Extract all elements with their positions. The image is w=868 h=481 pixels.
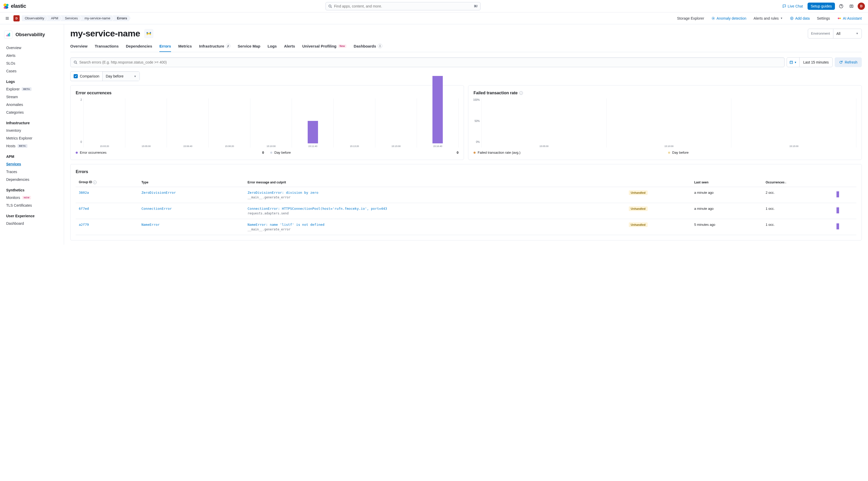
sidebar-item-dependencies[interactable]: Dependencies	[4, 176, 60, 184]
menu-toggle[interactable]	[3, 14, 11, 23]
news-icon[interactable]	[847, 2, 856, 10]
col-group-id[interactable]: Group ID i	[76, 178, 138, 187]
main-content: my-service-name Environment All ▼ Overvi…	[64, 24, 868, 245]
chevron-down-icon: ▼	[780, 17, 783, 20]
sidebar-item-alerts[interactable]: Alerts	[4, 52, 60, 59]
svg-line-5	[331, 7, 332, 8]
comparison-checkbox[interactable]: Comparison	[70, 71, 102, 81]
live-chat-link[interactable]: Live Chat	[780, 3, 805, 10]
group-id-link[interactable]: a2f79	[79, 223, 89, 227]
chart-plot[interactable]: 15:05:0015:10:0015:15:00	[481, 98, 857, 148]
tab-errors[interactable]: Errors	[159, 40, 171, 52]
tab-service-map[interactable]: Service Map	[238, 40, 260, 52]
error-type-link[interactable]: ConnectionError	[141, 207, 172, 211]
time-picker[interactable]: ▼ Last 15 minutes	[786, 57, 833, 67]
sidebar-heading-synthetics[interactable]: Synthetics	[4, 186, 60, 194]
info-icon[interactable]: i	[519, 91, 523, 95]
python-icon	[144, 29, 153, 38]
breadcrumb-item[interactable]: Errors	[113, 15, 131, 21]
sidebar-item-cases[interactable]: Cases	[4, 67, 60, 75]
tab-overview[interactable]: Overview	[70, 40, 88, 52]
breadcrumb-item[interactable]: APM	[46, 15, 62, 21]
time-picker-toggle[interactable]: ▼	[787, 58, 800, 67]
plus-circle-icon	[790, 17, 794, 20]
svg-rect-22	[9, 33, 10, 36]
error-search-input[interactable]	[79, 60, 781, 64]
breadcrumb-item[interactable]: Services	[60, 15, 82, 21]
storage-explorer-link[interactable]: Storage Explorer	[674, 15, 707, 22]
tab-logs[interactable]: Logs	[268, 40, 277, 52]
tab-alerts[interactable]: Alerts	[284, 40, 295, 52]
refresh-button[interactable]: Refresh	[835, 57, 862, 67]
legend-item[interactable]: Error occurrences0	[76, 151, 264, 155]
global-search-input[interactable]	[334, 4, 474, 8]
environment-selector[interactable]: Environment All ▼	[808, 29, 862, 38]
setup-guides-button[interactable]: Setup guides	[808, 3, 835, 10]
ai-assistant-link[interactable]: AI Assistant	[834, 15, 865, 22]
error-type-link[interactable]: NameError	[141, 223, 159, 227]
sub-header: D Observability APM Services my-service-…	[0, 12, 868, 24]
sidebar-item-anomalies[interactable]: Anomalies	[4, 101, 60, 108]
svg-point-4	[329, 5, 331, 7]
tab-infrastructure[interactable]: Infrastructureβ	[199, 40, 231, 52]
sidebar: Observability Overview Alerts SLOs Cases…	[0, 24, 64, 245]
sidebar-title[interactable]: Observability	[0, 28, 64, 44]
flask-icon	[378, 44, 382, 48]
tab-transactions[interactable]: Transactions	[95, 40, 119, 52]
tab-dashboards[interactable]: Dashboards	[354, 40, 382, 52]
tab-profiling[interactable]: Universal ProfilingNew	[302, 40, 346, 52]
add-data-link[interactable]: Add data	[787, 15, 813, 22]
sidebar-item-categories[interactable]: Categories	[4, 108, 60, 116]
error-type-link[interactable]: ZeroDivisionError	[141, 191, 176, 194]
sidebar-item-services[interactable]: Services	[4, 160, 60, 168]
sidebar-item-tls[interactable]: TLS Certificates	[4, 201, 60, 209]
search-icon	[74, 60, 77, 64]
sidebar-heading-apm[interactable]: APM	[4, 152, 60, 160]
new-badge: New	[338, 44, 347, 48]
chart-plot[interactable]: 15:03:2015:05:0015:06:4015:08:2015:10:00…	[84, 98, 459, 148]
kbd-shortcut: ⌘/	[474, 4, 478, 8]
logo[interactable]: elastic	[3, 3, 26, 9]
sidebar-item-metrics-explorer[interactable]: Metrics Explorer	[4, 134, 60, 142]
sidebar-item-inventory[interactable]: Inventory	[4, 127, 60, 134]
alerts-rules-dropdown[interactable]: Alerts and rules ▼	[750, 15, 786, 22]
svg-point-18	[838, 18, 839, 19]
svg-point-14	[712, 17, 715, 20]
settings-link[interactable]: Settings	[814, 15, 833, 22]
error-message-link[interactable]: ZeroDivisionError: division by zero	[247, 191, 413, 194]
sidebar-item-explorer[interactable]: ExplorerBETA	[4, 85, 60, 93]
comparison-select[interactable]: Day before ▼	[102, 71, 139, 81]
breadcrumb-item[interactable]: my-service-name	[80, 15, 114, 21]
sidebar-heading-ux[interactable]: User Experience	[4, 211, 60, 220]
sidebar-item-hosts[interactable]: HostsBETA	[4, 142, 60, 150]
sidebar-item-stream[interactable]: Stream	[4, 93, 60, 101]
breadcrumb-item[interactable]: Observability	[22, 15, 48, 21]
breadcrumbs: Observability APM Services my-service-na…	[22, 15, 131, 21]
sidebar-heading-infra[interactable]: Infrastructure	[4, 118, 60, 127]
svg-point-1	[6, 4, 8, 6]
tab-dependencies[interactable]: Dependencies	[126, 40, 152, 52]
error-message-link[interactable]: ConnectionError: HTTPSConnectionPool(hos…	[247, 207, 413, 211]
sidebar-item-overview[interactable]: Overview	[4, 44, 60, 52]
tab-metrics[interactable]: Metrics	[178, 40, 192, 52]
legend-item[interactable]: Day before0	[270, 151, 459, 155]
group-id-link[interactable]: 3802a	[79, 191, 89, 194]
error-message-link[interactable]: NameError: name 'listf' is not defined	[247, 223, 413, 227]
help-icon[interactable]	[837, 2, 845, 10]
sidebar-heading-logs[interactable]: Logs	[4, 77, 60, 85]
space-avatar[interactable]: D	[13, 15, 20, 22]
time-range-text[interactable]: Last 15 minutes	[800, 60, 832, 64]
sidebar-item-slos[interactable]: SLOs	[4, 59, 60, 67]
refresh-icon	[839, 60, 843, 64]
info-icon[interactable]: i	[93, 181, 97, 184]
sidebar-item-monitors[interactable]: MonitorsNEW	[4, 194, 60, 201]
error-search[interactable]	[70, 57, 784, 67]
svg-point-19	[839, 18, 841, 19]
sidebar-item-dashboard[interactable]: Dashboard	[4, 220, 60, 227]
col-type[interactable]: Type	[138, 178, 244, 187]
anomaly-detection-link[interactable]: Anomaly detection	[708, 15, 749, 22]
group-id-link[interactable]: 6f7ed	[79, 207, 89, 211]
sidebar-item-traces[interactable]: Traces	[4, 168, 60, 176]
user-avatar[interactable]: D	[858, 3, 865, 10]
global-search[interactable]: ⌘/	[326, 2, 480, 10]
